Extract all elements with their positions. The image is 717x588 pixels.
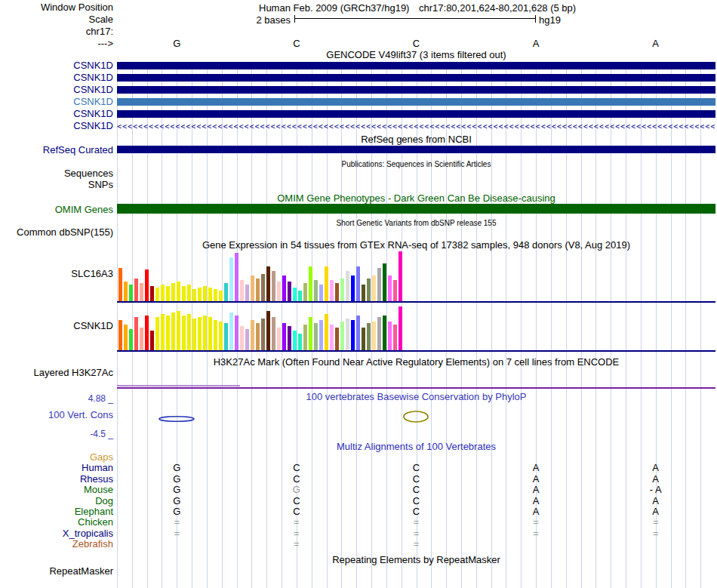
gtex-tissue-bar[interactable]: [214, 320, 217, 350]
gtex-tissue-bar[interactable]: [272, 271, 275, 301]
gtex-tissue-bar[interactable]: [245, 285, 249, 301]
gtex-tissue-bar[interactable]: [261, 319, 265, 350]
gtex-tissue-bar[interactable]: [372, 322, 376, 350]
gtex-tissue-bar[interactable]: [399, 251, 402, 301]
gtex-tissue-bar[interactable]: [251, 320, 254, 350]
gtex-tissue-bar[interactable]: [245, 329, 249, 350]
gtex-tissue-bar[interactable]: [192, 289, 196, 301]
gtex-tissue-bar[interactable]: [177, 311, 180, 350]
gtex-tissue-bar[interactable]: [187, 285, 191, 301]
gtex-tissue-bar[interactable]: [330, 325, 334, 350]
gencode-item-label[interactable]: CSNK1D: [0, 72, 113, 83]
gtex-tissue-bar[interactable]: [330, 280, 334, 301]
gtex-tissue-bar[interactable]: [383, 263, 386, 301]
refseq-curated-label[interactable]: RefSeq Curated: [0, 145, 113, 155]
gtex-tissue-bar[interactable]: [166, 316, 170, 350]
gencode-item-bar[interactable]: [117, 62, 715, 69]
gtex-tissue-bar[interactable]: [150, 286, 154, 301]
gtex-tissue-bar[interactable]: [256, 279, 260, 301]
gtex-tissue-bar[interactable]: [377, 317, 381, 350]
gtex-tissue-bar[interactable]: [356, 316, 360, 350]
h3k27ac-signal[interactable]: [117, 387, 715, 389]
gtex-tissue-bar[interactable]: [171, 312, 175, 350]
gtex-tissue-bar[interactable]: [140, 283, 143, 301]
vert-cons-label[interactable]: 100 Vert. Cons: [0, 410, 113, 420]
gtex-tissue-bar[interactable]: [235, 253, 238, 301]
h3k27ac-signal-light[interactable]: [117, 385, 240, 386]
gtex-tissue-bar[interactable]: [187, 314, 191, 350]
gtex-tissue-bar[interactable]: [351, 320, 355, 350]
gtex-tissue-bar[interactable]: [203, 316, 207, 350]
gtex-tissue-bar[interactable]: [340, 322, 344, 350]
gencode-item-bar[interactable]: [117, 86, 715, 94]
gtex-tissue-bar[interactable]: [182, 316, 186, 350]
phylop-wiggle-glyph-left[interactable]: [157, 414, 196, 423]
gtex-tissue-bar[interactable]: [134, 317, 138, 350]
gtex-tissue-bar[interactable]: [155, 288, 159, 301]
gtex-tissue-bar[interactable]: [319, 320, 323, 350]
gtex-tissue-bar[interactable]: [208, 317, 212, 350]
gencode-item-label[interactable]: CSNK1D: [0, 109, 113, 119]
gtex-tissue-bar[interactable]: [219, 291, 223, 301]
gtex-tissue-bar[interactable]: [171, 283, 175, 301]
gtex-tissue-bar[interactable]: [203, 286, 207, 301]
gtex-tissue-bar[interactable]: [335, 283, 339, 301]
gtex-tissue-bar[interactable]: [288, 326, 291, 350]
gtex-tissue-bar[interactable]: [298, 334, 302, 350]
gtex-tissue-bar[interactable]: [388, 276, 392, 301]
multiz-species-label[interactable]: X_tropicalis: [0, 528, 113, 539]
gtex-tissue-bar[interactable]: [150, 331, 154, 350]
gtex-tissue-bar[interactable]: [177, 282, 180, 301]
gtex-tissue-bar[interactable]: [393, 280, 397, 301]
gtex-tissue-bar[interactable]: [124, 282, 128, 301]
gencode-item-bar[interactable]: [117, 110, 715, 118]
gtex-tissue-bar[interactable]: [277, 328, 281, 350]
gtex-tissue-bar[interactable]: [182, 286, 186, 301]
gtex-title[interactable]: Gene Expression in 54 tissues from GTEx …: [117, 240, 715, 251]
repeatmasker-label[interactable]: RepeatMasker: [0, 566, 113, 577]
gtex-tissue-bar[interactable]: [266, 266, 270, 301]
gtex-gene2-label[interactable]: CSNK1D: [0, 321, 113, 331]
gtex-tissue-bar[interactable]: [303, 283, 307, 301]
gtex-tissue-bar[interactable]: [229, 257, 233, 301]
refseq-title[interactable]: RefSeq genes from NCBI: [117, 134, 715, 145]
gtex-tissue-bar[interactable]: [256, 323, 260, 350]
gtex-tissue-bar[interactable]: [161, 285, 165, 301]
gtex-tissue-bar[interactable]: [388, 322, 392, 350]
gtex-tissue-bar[interactable]: [145, 316, 149, 350]
gtex-tissue-bar[interactable]: [140, 328, 143, 350]
gtex-tissue-bar[interactable]: [298, 291, 302, 301]
multiz-species-label[interactable]: Zebrafish: [0, 539, 113, 550]
gtex-tissue-bar[interactable]: [161, 314, 165, 350]
gtex-tissue-bar[interactable]: [293, 288, 297, 301]
omim-title[interactable]: OMIM Gene Phenotypes - Dark Green Can Be…: [117, 193, 715, 204]
gtex-tissue-bar[interactable]: [235, 316, 238, 350]
gtex-tissue-bar[interactable]: [340, 279, 344, 301]
gencode-item-arrows[interactable]: <<<<<<<<<<<<<<<<<<<<<<<<<<<<<<<<<<<<<<<<…: [117, 122, 715, 131]
gtex-tissue-bar[interactable]: [309, 266, 312, 301]
phylop-title[interactable]: 100 vertebrates Basewise Conservation by…: [117, 392, 715, 402]
gencode-item-bar[interactable]: [117, 98, 715, 106]
publications-title[interactable]: Publications: Sequences in Scientific Ar…: [117, 159, 715, 170]
gtex-tissue-bar[interactable]: [277, 282, 281, 301]
common-dbsnp-label[interactable]: Common dbSNP(155): [0, 227, 113, 238]
multiz-species-label[interactable]: Mouse: [0, 485, 113, 495]
gtex-gene1-label[interactable]: SLC16A3: [0, 269, 113, 279]
gtex-tissue-bar[interactable]: [393, 325, 397, 350]
gtex-tissue-bar[interactable]: [124, 325, 128, 350]
gtex-tissue-bar[interactable]: [240, 326, 244, 350]
dbsnp-title[interactable]: Short Genetic Variants from dbSNP releas…: [117, 218, 715, 229]
gencode-item-label[interactable]: CSNK1D: [0, 97, 113, 107]
gtex-tissue-bar[interactable]: [356, 266, 360, 301]
h3k27ac-title[interactable]: H3K27Ac Mark (Often Found Near Active Re…: [117, 357, 715, 368]
gtex-tissue-bar[interactable]: [325, 266, 328, 301]
gtex-tissue-bar[interactable]: [118, 320, 122, 350]
refseq-curated-bar[interactable]: [117, 146, 715, 153]
gtex-tissue-bar[interactable]: [192, 319, 196, 350]
repeatmasker-title[interactable]: Repeating Elements by RepeatMasker: [117, 555, 715, 565]
multiz-species-label[interactable]: Human: [0, 463, 113, 473]
gencode-title[interactable]: GENCODE V49lift37 (3 items filtered out): [117, 50, 715, 60]
layered-h3k27ac-label[interactable]: Layered H3K27Ac: [0, 368, 113, 378]
gtex-tissue-bar[interactable]: [155, 317, 159, 350]
gtex-tissue-bar[interactable]: [325, 314, 328, 350]
